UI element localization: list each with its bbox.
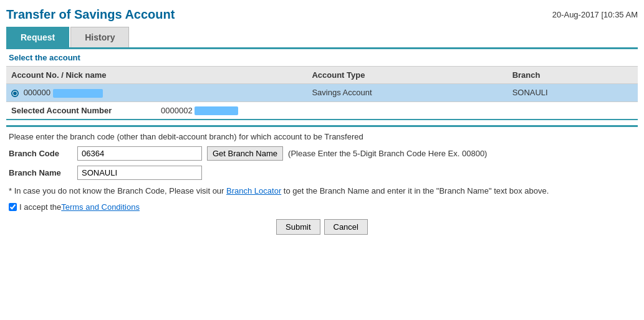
masked-account (53, 89, 103, 98)
tabs-container: Request History (6, 27, 638, 49)
table-row[interactable]: 000000 Savings Account SONAULI (6, 84, 638, 101)
terms-checkbox[interactable] (9, 203, 17, 211)
page-container: Transfer of Savings Account 20-Aug-2017 … (0, 0, 644, 242)
account-number-text: 000000 (24, 88, 50, 97)
get-branch-button[interactable]: Get Branch Name (207, 146, 283, 161)
info-note-text: * In case you do not know the Branch Cod… (9, 186, 224, 195)
branch-name-row: Branch Name (9, 166, 635, 180)
branch-locator-link[interactable]: Branch Locator (226, 186, 281, 195)
branch-section-info: Please enter the branch code (other than… (9, 132, 635, 141)
col-account-type: Account Type (307, 67, 507, 84)
tab-request[interactable]: Request (6, 27, 69, 47)
cell-account-type: Savings Account (307, 84, 507, 101)
info-note: * In case you do not know the Branch Cod… (9, 185, 635, 197)
masked-selected (195, 106, 238, 115)
page-title: Transfer of Savings Account (6, 7, 175, 22)
col-account-no: Account No. / Nick name (6, 67, 307, 84)
branch-section: Please enter the branch code (other than… (6, 127, 638, 237)
account-section: Select the account Account No. / Nick na… (6, 49, 638, 120)
branch-code-row: Branch Code Get Branch Name (Please Ente… (9, 146, 635, 161)
terms-link[interactable]: Terms and Conditions (61, 202, 140, 212)
page-datetime: 20-Aug-2017 [10:35 AM (552, 10, 638, 19)
branch-code-input[interactable] (77, 146, 202, 161)
submit-button[interactable]: Submit (276, 219, 320, 235)
branch-code-label: Branch Code (9, 149, 77, 158)
selected-account-row: Selected Account Number 0000002 (6, 101, 638, 121)
tab-history[interactable]: History (70, 27, 129, 47)
selected-account-label: Selected Account Number (11, 106, 161, 116)
section-header-account: Select the account (6, 49, 638, 67)
table-header-row: Account No. / Nick name Account Type Bra… (6, 67, 638, 84)
selected-value-text: 0000002 (161, 106, 193, 115)
selected-account-value: 0000002 (161, 106, 238, 116)
info-note-suffix: to get the Branch Name and enter it in t… (284, 186, 549, 195)
account-table: Account No. / Nick name Account Type Bra… (6, 67, 638, 101)
cancel-button[interactable]: Cancel (324, 219, 368, 235)
cell-branch: SONAULI (507, 84, 638, 101)
branch-name-input[interactable] (77, 166, 202, 180)
col-branch: Branch (507, 67, 638, 84)
radio-icon[interactable] (11, 90, 19, 97)
cell-account-no[interactable]: 000000 (6, 84, 307, 101)
action-buttons: Submit Cancel (9, 219, 635, 235)
branch-hint: (Please Enter the 5-Digit Branch Code He… (288, 149, 487, 158)
page-header: Transfer of Savings Account 20-Aug-2017 … (6, 5, 638, 27)
terms-row: I accept the Terms and Conditions (9, 202, 635, 212)
branch-name-label: Branch Name (9, 168, 77, 177)
terms-prefix: I accept the (19, 202, 61, 212)
